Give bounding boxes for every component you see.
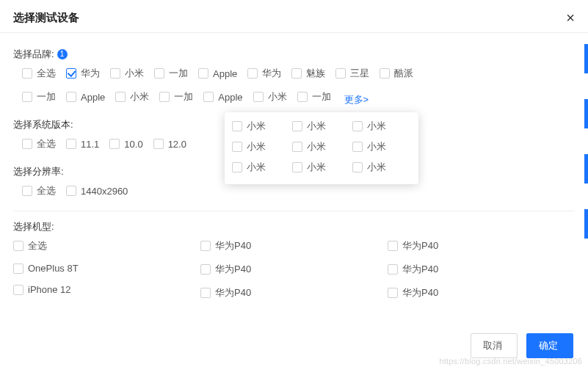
checkbox-label: 小米 <box>367 161 386 174</box>
brand-checkbox-0[interactable]: 全选 <box>22 67 56 80</box>
brand-more-link[interactable]: 更多> <box>344 93 369 106</box>
brand-checkbox-7[interactable]: 三星 <box>335 67 369 80</box>
checkbox-label: 小米 <box>367 140 386 153</box>
checkbox-icon <box>292 162 302 172</box>
checkbox-label: 12.0 <box>168 139 186 150</box>
brand-row-2: 一加Apple小米一加Apple小米一加更多> <box>13 90 575 109</box>
resolution-checkbox-1[interactable]: 1440x2960 <box>66 186 128 197</box>
checkbox-label: 华为P40 <box>215 286 251 299</box>
model-checkbox-2[interactable]: 华为P40 <box>200 286 251 299</box>
model-col-1: 全选OnePlus 8TiPhone 12 <box>13 239 200 310</box>
edge-marker <box>584 44 588 73</box>
brand-checkbox-3[interactable]: 一加 <box>154 67 188 80</box>
checkbox-icon <box>115 92 126 102</box>
popover-checkbox-1-1[interactable]: 小米 <box>292 140 349 153</box>
checkbox-label: 全选 <box>28 239 47 252</box>
brand-checkbox-1[interactable]: Apple <box>66 92 105 103</box>
checkbox-label: 华为P40 <box>215 263 251 276</box>
divider <box>13 211 575 211</box>
checkbox-icon <box>388 288 398 298</box>
brand-checkbox-5[interactable]: 华为 <box>247 67 281 80</box>
popover-checkbox-2-2[interactable]: 小米 <box>352 161 410 174</box>
brand-checkbox-5[interactable]: 小米 <box>253 90 287 103</box>
checkbox-label: 小米 <box>247 140 266 153</box>
brand-checkbox-6[interactable]: 魅族 <box>291 67 325 80</box>
checkbox-label: 1440x2960 <box>81 186 128 197</box>
checkbox-label: Apple <box>218 92 242 103</box>
os-checkbox-1[interactable]: 11.1 <box>66 139 99 150</box>
checkbox-label: 全选 <box>37 67 56 80</box>
checkbox-label: 华为 <box>262 67 281 80</box>
popover-checkbox-1-0[interactable]: 小米 <box>232 140 289 153</box>
confirm-button[interactable]: 确定 <box>526 333 573 358</box>
checkbox-label: 小米 <box>130 90 149 103</box>
popover-checkbox-0-0[interactable]: 小米 <box>232 120 289 133</box>
popover-checkbox-2-1[interactable]: 小米 <box>292 161 349 174</box>
model-checkbox-2[interactable]: 华为P40 <box>388 286 438 299</box>
checkbox-label: 全选 <box>37 137 56 150</box>
dialog-footer: 取消 确定 <box>471 333 573 358</box>
brand-checkbox-3[interactable]: 一加 <box>159 90 193 103</box>
model-checkbox-1[interactable]: 华为P40 <box>200 263 251 276</box>
checkbox-label: 华为P40 <box>402 239 438 252</box>
brand-checkbox-6[interactable]: 一加 <box>297 90 331 103</box>
checkbox-icon <box>291 68 302 79</box>
brand-more-popover: 小米小米小米小米小米小米小米小米小米 <box>225 112 418 184</box>
checkbox-label: iPhone 12 <box>28 284 71 295</box>
close-icon[interactable]: × <box>566 10 575 25</box>
popover-checkbox-2-0[interactable]: 小米 <box>232 161 289 174</box>
os-checkbox-3[interactable]: 12.0 <box>153 139 186 150</box>
checkbox-icon <box>253 92 264 102</box>
dialog: 选择测试设备 × 选择品牌: 全选华为小米一加Apple华为魅族三星酷派 一加A… <box>0 0 588 367</box>
model-col-2: 华为P40华为P40华为P40 <box>200 239 388 310</box>
checkbox-icon <box>292 121 302 131</box>
popover-checkbox-1-2[interactable]: 小米 <box>352 140 410 153</box>
checkbox-label: OnePlus 8T <box>28 263 79 274</box>
brand-checkbox-0[interactable]: 一加 <box>22 90 56 103</box>
checkbox-icon <box>247 68 258 79</box>
checkbox-icon <box>22 68 32 79</box>
checkbox-icon <box>388 264 398 275</box>
edge-marker <box>584 99 588 128</box>
brand-checkbox-1[interactable]: 华为 <box>66 67 100 80</box>
brand-checkbox-8[interactable]: 酷派 <box>380 67 413 80</box>
checkbox-label: 小米 <box>307 120 326 133</box>
os-checkbox-0[interactable]: 全选 <box>22 137 56 150</box>
cancel-button[interactable]: 取消 <box>471 333 518 358</box>
checkbox-label: 华为P40 <box>402 263 438 276</box>
brand-checkbox-4[interactable]: Apple <box>203 92 242 103</box>
brand-checkbox-4[interactable]: Apple <box>198 68 237 79</box>
checkbox-icon <box>335 68 346 79</box>
checkbox-label: 小米 <box>307 161 326 174</box>
dialog-header: 选择测试设备 × <box>0 0 588 33</box>
checkbox-icon <box>200 264 211 275</box>
resolution-checkbox-0[interactable]: 全选 <box>22 184 56 197</box>
checkbox-icon <box>198 68 208 79</box>
popover-checkbox-0-1[interactable]: 小米 <box>292 120 349 133</box>
popover-checkbox-0-2[interactable]: 小米 <box>352 120 410 133</box>
checkbox-label: 华为P40 <box>402 286 438 299</box>
checkbox-icon <box>13 264 23 274</box>
checkbox-label: 一加 <box>174 90 193 103</box>
model-checkbox-2[interactable]: iPhone 12 <box>13 284 71 295</box>
checkbox-label: 全选 <box>37 184 56 197</box>
resolution-row: 全选1440x2960 <box>13 184 575 203</box>
model-col-3: 华为P40华为P40华为P40 <box>388 239 575 310</box>
model-checkbox-1[interactable]: 华为P40 <box>388 263 438 276</box>
model-checkbox-0[interactable]: 华为P40 <box>388 239 438 252</box>
os-checkbox-2[interactable]: 10.0 <box>109 139 142 150</box>
edge-marker <box>584 209 588 239</box>
checkbox-label: 一加 <box>312 90 331 103</box>
checkbox-label: 小米 <box>367 120 386 133</box>
checkbox-label: 华为 <box>81 67 100 80</box>
brand-checkbox-2[interactable]: 小米 <box>115 90 149 103</box>
checkbox-icon <box>153 139 164 149</box>
dialog-content: 选择品牌: 全选华为小米一加Apple华为魅族三星酷派 一加Apple小米一加A… <box>0 33 588 310</box>
checkbox-icon <box>232 142 242 152</box>
model-checkbox-0[interactable]: 华为P40 <box>200 239 251 252</box>
checkbox-icon <box>200 241 211 251</box>
brand-checkbox-2[interactable]: 小米 <box>110 67 144 80</box>
checkbox-label: 一加 <box>169 67 188 80</box>
model-checkbox-0[interactable]: 全选 <box>13 239 47 252</box>
model-checkbox-1[interactable]: OnePlus 8T <box>13 263 79 274</box>
